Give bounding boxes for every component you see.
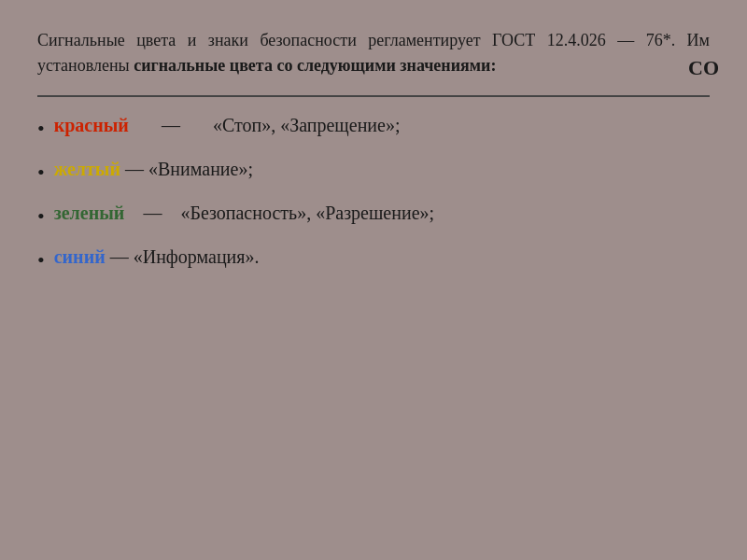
list-item: • желтый — «Внимание»; (37, 155, 710, 188)
item-red-desc: — «Стоп», «Запрещение»; (134, 115, 401, 135)
list-item: • красный — «Стоп», «Запрещение»; (37, 111, 710, 144)
list-item: • зеленый — «Безопасность», «Разрешение»… (37, 199, 710, 231)
bullet-dot: • (37, 245, 45, 275)
color-word-red: красный (54, 115, 129, 135)
intro-text: Сигнальные цвета и знаки безопасности ре… (37, 28, 710, 78)
item-red-content: красный — «Стоп», «Запрещение»; (54, 111, 710, 139)
color-word-yellow: желтый (54, 159, 120, 179)
divider (37, 95, 710, 97)
bullet-dot: • (37, 157, 45, 188)
color-word-blue: синий (54, 246, 106, 267)
intro-bold: сигнальные цвета со следующими значениям… (134, 56, 496, 75)
item-yellow-desc: — «Внимание»; (125, 159, 253, 179)
bullet-list: • красный — «Стоп», «Запрещение»; • желт… (37, 111, 710, 287)
list-item: • синий — «Информация». (37, 243, 710, 275)
corner-badge: СО (688, 56, 719, 80)
item-yellow-content: желтый — «Внимание»; (54, 155, 710, 183)
bullet-dot: • (37, 113, 45, 144)
color-word-green: зеленый (54, 203, 125, 223)
item-green-desc: — «Безопасность», «Разрешение»; (129, 203, 434, 223)
bullet-dot: • (37, 201, 45, 231)
item-blue-content: синий — «Информация». (54, 243, 710, 271)
slide-container: Сигнальные цвета и знаки безопасности ре… (0, 0, 747, 560)
item-green-content: зеленый — «Безопасность», «Разрешение»; (54, 199, 710, 227)
item-blue-desc: — «Информация». (110, 246, 260, 267)
